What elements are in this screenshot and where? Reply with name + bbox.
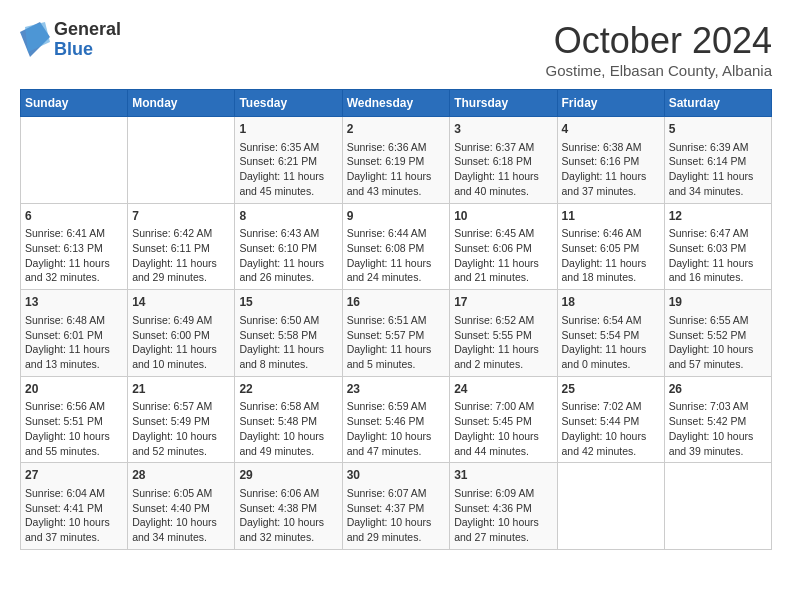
- week-row-4: 20 Sunrise: 6:56 AM Sunset: 5:51 PM Dayl…: [21, 376, 772, 463]
- logo-icon: [20, 22, 50, 57]
- daylight: Daylight: 11 hours and 13 minutes.: [25, 343, 110, 370]
- logo-blue: Blue: [54, 40, 121, 60]
- table-cell: 24 Sunrise: 7:00 AM Sunset: 5:45 PM Dayl…: [450, 376, 557, 463]
- day-number: 17: [454, 294, 552, 311]
- daylight: Daylight: 10 hours and 37 minutes.: [25, 516, 110, 543]
- daylight: Daylight: 11 hours and 32 minutes.: [25, 257, 110, 284]
- day-number: 19: [669, 294, 767, 311]
- daylight: Daylight: 11 hours and 2 minutes.: [454, 343, 539, 370]
- sunrise: Sunrise: 6:45 AM: [454, 227, 534, 239]
- month-title: October 2024: [545, 20, 772, 62]
- sunrise: Sunrise: 6:39 AM: [669, 141, 749, 153]
- table-cell: 16 Sunrise: 6:51 AM Sunset: 5:57 PM Dayl…: [342, 290, 450, 377]
- sunset: Sunset: 5:52 PM: [669, 329, 747, 341]
- sunset: Sunset: 6:13 PM: [25, 242, 103, 254]
- sunset: Sunset: 6:21 PM: [239, 155, 317, 167]
- sunset: Sunset: 4:40 PM: [132, 502, 210, 514]
- sunset: Sunset: 5:49 PM: [132, 415, 210, 427]
- week-row-1: 1 Sunrise: 6:35 AM Sunset: 6:21 PM Dayli…: [21, 117, 772, 204]
- svg-marker-1: [25, 22, 50, 52]
- sunset: Sunset: 6:10 PM: [239, 242, 317, 254]
- table-cell: 2 Sunrise: 6:36 AM Sunset: 6:19 PM Dayli…: [342, 117, 450, 204]
- title-block: October 2024 Gostime, Elbasan County, Al…: [545, 20, 772, 79]
- sunrise: Sunrise: 6:07 AM: [347, 487, 427, 499]
- sunrise: Sunrise: 7:00 AM: [454, 400, 534, 412]
- table-cell: 31 Sunrise: 6:09 AM Sunset: 4:36 PM Dayl…: [450, 463, 557, 550]
- header-row: Sunday Monday Tuesday Wednesday Thursday…: [21, 90, 772, 117]
- sunset: Sunset: 6:00 PM: [132, 329, 210, 341]
- daylight: Daylight: 10 hours and 42 minutes.: [562, 430, 647, 457]
- sunset: Sunset: 5:45 PM: [454, 415, 532, 427]
- sunset: Sunset: 4:38 PM: [239, 502, 317, 514]
- sunrise: Sunrise: 6:41 AM: [25, 227, 105, 239]
- daylight: Daylight: 11 hours and 40 minutes.: [454, 170, 539, 197]
- sunset: Sunset: 4:36 PM: [454, 502, 532, 514]
- sunrise: Sunrise: 6:05 AM: [132, 487, 212, 499]
- day-number: 6: [25, 208, 123, 225]
- sunset: Sunset: 6:11 PM: [132, 242, 210, 254]
- daylight: Daylight: 11 hours and 26 minutes.: [239, 257, 324, 284]
- table-cell: 8 Sunrise: 6:43 AM Sunset: 6:10 PM Dayli…: [235, 203, 342, 290]
- table-cell: 25 Sunrise: 7:02 AM Sunset: 5:44 PM Dayl…: [557, 376, 664, 463]
- logo-text: General Blue: [54, 20, 121, 60]
- table-cell: 5 Sunrise: 6:39 AM Sunset: 6:14 PM Dayli…: [664, 117, 771, 204]
- table-cell: 14 Sunrise: 6:49 AM Sunset: 6:00 PM Dayl…: [128, 290, 235, 377]
- day-number: 16: [347, 294, 446, 311]
- daylight: Daylight: 11 hours and 45 minutes.: [239, 170, 324, 197]
- day-number: 15: [239, 294, 337, 311]
- daylight: Daylight: 11 hours and 18 minutes.: [562, 257, 647, 284]
- location-subtitle: Gostime, Elbasan County, Albania: [545, 62, 772, 79]
- table-cell: 4 Sunrise: 6:38 AM Sunset: 6:16 PM Dayli…: [557, 117, 664, 204]
- sunrise: Sunrise: 6:44 AM: [347, 227, 427, 239]
- day-number: 24: [454, 381, 552, 398]
- sunset: Sunset: 4:37 PM: [347, 502, 425, 514]
- daylight: Daylight: 11 hours and 21 minutes.: [454, 257, 539, 284]
- daylight: Daylight: 11 hours and 8 minutes.: [239, 343, 324, 370]
- table-cell: 13 Sunrise: 6:48 AM Sunset: 6:01 PM Dayl…: [21, 290, 128, 377]
- sunrise: Sunrise: 6:46 AM: [562, 227, 642, 239]
- sunset: Sunset: 6:06 PM: [454, 242, 532, 254]
- daylight: Daylight: 10 hours and 47 minutes.: [347, 430, 432, 457]
- sunrise: Sunrise: 6:49 AM: [132, 314, 212, 326]
- daylight: Daylight: 11 hours and 5 minutes.: [347, 343, 432, 370]
- table-cell: 3 Sunrise: 6:37 AM Sunset: 6:18 PM Dayli…: [450, 117, 557, 204]
- day-number: 3: [454, 121, 552, 138]
- day-number: 28: [132, 467, 230, 484]
- table-cell: 19 Sunrise: 6:55 AM Sunset: 5:52 PM Dayl…: [664, 290, 771, 377]
- sunrise: Sunrise: 6:50 AM: [239, 314, 319, 326]
- sunrise: Sunrise: 6:56 AM: [25, 400, 105, 412]
- sunrise: Sunrise: 6:04 AM: [25, 487, 105, 499]
- calendar-body: 1 Sunrise: 6:35 AM Sunset: 6:21 PM Dayli…: [21, 117, 772, 550]
- day-number: 25: [562, 381, 660, 398]
- sunrise: Sunrise: 6:54 AM: [562, 314, 642, 326]
- logo: General Blue: [20, 20, 121, 60]
- sunset: Sunset: 5:57 PM: [347, 329, 425, 341]
- daylight: Daylight: 10 hours and 55 minutes.: [25, 430, 110, 457]
- daylight: Daylight: 11 hours and 29 minutes.: [132, 257, 217, 284]
- table-cell: 30 Sunrise: 6:07 AM Sunset: 4:37 PM Dayl…: [342, 463, 450, 550]
- sunrise: Sunrise: 6:55 AM: [669, 314, 749, 326]
- sunset: Sunset: 5:51 PM: [25, 415, 103, 427]
- daylight: Daylight: 11 hours and 10 minutes.: [132, 343, 217, 370]
- table-cell: 7 Sunrise: 6:42 AM Sunset: 6:11 PM Dayli…: [128, 203, 235, 290]
- table-cell: 9 Sunrise: 6:44 AM Sunset: 6:08 PM Dayli…: [342, 203, 450, 290]
- day-number: 22: [239, 381, 337, 398]
- table-cell: [128, 117, 235, 204]
- daylight: Daylight: 11 hours and 24 minutes.: [347, 257, 432, 284]
- table-cell: 21 Sunrise: 6:57 AM Sunset: 5:49 PM Dayl…: [128, 376, 235, 463]
- header-sunday: Sunday: [21, 90, 128, 117]
- sunset: Sunset: 5:54 PM: [562, 329, 640, 341]
- table-cell: 26 Sunrise: 7:03 AM Sunset: 5:42 PM Dayl…: [664, 376, 771, 463]
- day-number: 23: [347, 381, 446, 398]
- sunset: Sunset: 6:16 PM: [562, 155, 640, 167]
- sunset: Sunset: 6:03 PM: [669, 242, 747, 254]
- daylight: Daylight: 11 hours and 43 minutes.: [347, 170, 432, 197]
- day-number: 2: [347, 121, 446, 138]
- table-cell: 15 Sunrise: 6:50 AM Sunset: 5:58 PM Dayl…: [235, 290, 342, 377]
- day-number: 8: [239, 208, 337, 225]
- sunset: Sunset: 6:05 PM: [562, 242, 640, 254]
- sunrise: Sunrise: 6:57 AM: [132, 400, 212, 412]
- header-wednesday: Wednesday: [342, 90, 450, 117]
- daylight: Daylight: 11 hours and 37 minutes.: [562, 170, 647, 197]
- day-number: 20: [25, 381, 123, 398]
